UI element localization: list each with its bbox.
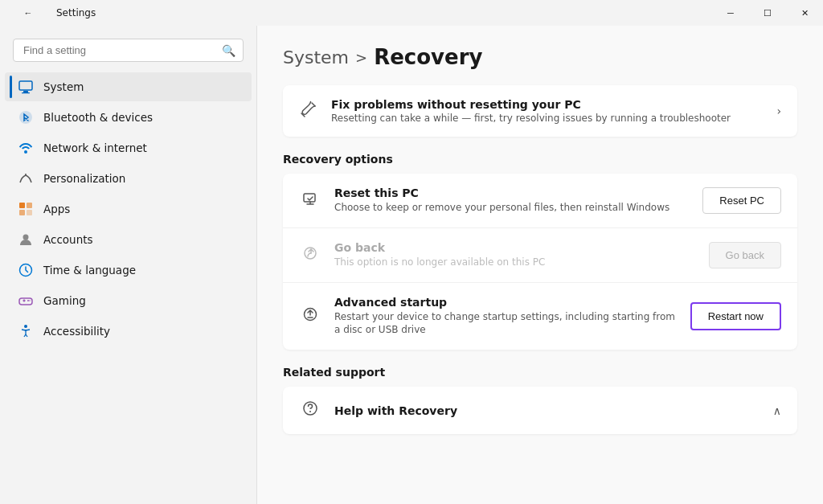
sidebar-item-accounts[interactable]: Accounts: [5, 225, 252, 254]
svg-point-9: [23, 235, 29, 240]
personalization-icon: [18, 170, 34, 186]
sidebar-item-network[interactable]: Network & internet: [5, 133, 252, 162]
breadcrumb-system[interactable]: System: [283, 47, 349, 68]
svg-point-3: [19, 111, 32, 124]
restart-now-button[interactable]: Restart now: [690, 302, 781, 330]
reset-pc-button[interactable]: Reset PC: [702, 187, 781, 214]
accounts-icon: [18, 232, 34, 248]
sidebar-item-system[interactable]: System: [5, 72, 252, 101]
reset-pc-row: Reset this PC Choose to keep or remove y…: [283, 174, 797, 228]
search-icon: 🔍: [222, 44, 235, 57]
svg-rect-1: [23, 91, 28, 92]
recovery-options-card: Reset this PC Choose to keep or remove y…: [283, 174, 797, 350]
svg-rect-8: [27, 210, 32, 215]
back-button[interactable]: ←: [10, 0, 47, 26]
content-area: System > Recovery Fix problems without r…: [257, 26, 823, 504]
sidebar-item-apps[interactable]: Apps: [5, 195, 252, 223]
fix-problems-chevron: ›: [776, 104, 781, 117]
go-back-row: Go back This option is no longer availab…: [283, 228, 797, 283]
sidebar-item-gaming[interactable]: Gaming: [5, 286, 252, 315]
fix-problems-title: Fix problems without resetting your PC: [331, 98, 764, 111]
advanced-startup-text: Advanced startup Restart your device to …: [334, 296, 678, 338]
titlebar: ← Settings ─ ☐ ✕: [0, 0, 823, 26]
window-controls: ─ ☐ ✕: [712, 0, 823, 26]
go-back-title: Go back: [334, 241, 696, 254]
app-body: 🔍 System Bluetooth & devices: [0, 26, 823, 504]
network-icon: [18, 140, 34, 156]
go-back-text: Go back This option is no longer availab…: [334, 241, 696, 269]
apps-icon: [18, 201, 34, 217]
sidebar-label-system: System: [43, 80, 84, 93]
accessibility-icon: [18, 323, 34, 339]
reset-pc-title: Reset this PC: [334, 186, 690, 199]
fix-problems-subtitle: Resetting can take a while — first, try …: [331, 113, 764, 124]
fix-icon: [299, 100, 318, 123]
sidebar-item-bluetooth[interactable]: Bluetooth & devices: [5, 103, 252, 132]
sidebar-label-network: Network & internet: [43, 141, 147, 154]
svg-line-17: [26, 334, 27, 337]
svg-rect-2: [22, 92, 30, 93]
reset-pc-subtitle: Choose to keep or remove your personal f…: [334, 201, 690, 215]
close-button[interactable]: ✕: [786, 0, 823, 26]
svg-rect-0: [19, 81, 32, 90]
sidebar-label-apps: Apps: [43, 203, 70, 215]
sidebar-label-bluetooth: Bluetooth & devices: [43, 111, 153, 124]
svg-point-4: [24, 150, 27, 154]
sidebar-label-personalization: Personalization: [43, 172, 125, 185]
search-input[interactable]: [13, 39, 244, 62]
app-title: Settings: [56, 7, 96, 18]
minimize-button[interactable]: ─: [712, 0, 749, 26]
breadcrumb-separator: >: [355, 49, 367, 66]
svg-rect-5: [19, 203, 25, 208]
sidebar-item-accessibility[interactable]: Accessibility: [5, 317, 252, 346]
help-recovery-card: Help with Recovery ∧: [283, 387, 797, 434]
search-container: 🔍: [13, 39, 244, 62]
sidebar-label-time: Time & language: [43, 264, 136, 277]
maximize-button[interactable]: ☐: [749, 0, 786, 26]
help-recovery-title: Help with Recovery: [334, 404, 760, 417]
advanced-startup-row: Advanced startup Restart your device to …: [283, 283, 797, 350]
sidebar-item-time[interactable]: Time & language: [5, 256, 252, 285]
sidebar: 🔍 System Bluetooth & devices: [0, 26, 257, 504]
svg-point-22: [309, 411, 311, 412]
svg-point-13: [29, 300, 31, 301]
sidebar-label-accessibility: Accessibility: [43, 325, 110, 338]
breadcrumb-current: Recovery: [374, 45, 482, 69]
gaming-icon: [18, 293, 34, 309]
help-recovery-icon: [299, 400, 321, 421]
breadcrumb: System > Recovery: [283, 45, 797, 69]
fix-problems-card[interactable]: Fix problems without resetting your PC R…: [283, 85, 797, 137]
sidebar-label-gaming: Gaming: [43, 294, 86, 307]
advanced-startup-icon: [299, 305, 321, 327]
reset-pc-text: Reset this PC Choose to keep or remove y…: [334, 186, 690, 215]
sidebar-item-personalization[interactable]: Personalization: [5, 164, 252, 193]
go-back-icon: [299, 244, 321, 266]
svg-rect-7: [19, 210, 25, 215]
reset-pc-icon: [299, 190, 321, 211]
time-icon: [18, 262, 34, 278]
sidebar-label-accounts: Accounts: [43, 233, 93, 246]
svg-rect-6: [27, 203, 32, 208]
titlebar-left: ← Settings: [10, 0, 96, 26]
help-recovery-chevron: ∧: [773, 404, 781, 417]
recovery-options-header: Recovery options: [283, 153, 797, 166]
related-support-header: Related support: [283, 366, 797, 379]
help-recovery-row[interactable]: Help with Recovery ∧: [283, 387, 797, 434]
advanced-startup-subtitle: Restart your device to change startup se…: [334, 310, 678, 338]
svg-point-12: [27, 300, 29, 301]
system-icon: [18, 79, 34, 95]
fix-problems-text: Fix problems without resetting your PC R…: [331, 98, 764, 124]
svg-point-14: [24, 325, 27, 328]
bluetooth-icon: [18, 109, 34, 125]
advanced-startup-title: Advanced startup: [334, 296, 678, 309]
go-back-subtitle: This option is no longer available on th…: [334, 256, 696, 269]
svg-rect-11: [19, 298, 32, 305]
go-back-button: Go back: [709, 242, 781, 268]
